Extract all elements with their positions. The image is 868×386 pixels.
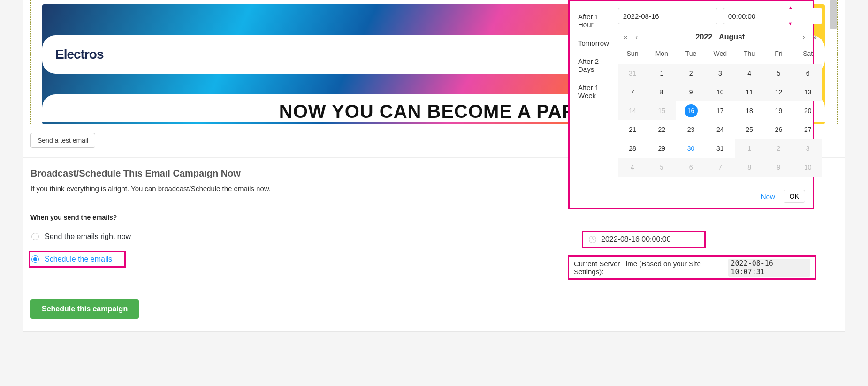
next-year-icon[interactable]: »	[810, 33, 820, 41]
picker-month[interactable]: August	[719, 33, 745, 41]
calendar-day[interactable]: 6	[793, 64, 822, 83]
calendar-day[interactable]: 10	[793, 158, 822, 177]
calendar-day[interactable]: 11	[735, 83, 764, 101]
scheduled-datetime-value: 2022-08-16 00:00:00	[601, 235, 671, 244]
calendar-day[interactable]: 21	[618, 120, 647, 139]
calendar-day[interactable]: 5	[764, 64, 793, 83]
server-time-value: 2022-08-16 10:07:31	[728, 259, 811, 277]
server-time-row: Current Server Time (Based on your Site …	[568, 255, 816, 280]
weekday-header: Sat	[793, 46, 822, 64]
next-month-icon[interactable]: ›	[799, 33, 807, 41]
calendar-day[interactable]: 3	[793, 139, 822, 158]
calendar-day[interactable]: 1	[647, 64, 676, 83]
prev-year-icon[interactable]: «	[621, 33, 631, 41]
weekday-header: Mon	[647, 46, 676, 64]
picker-time-input[interactable]	[723, 8, 822, 24]
calendar-day[interactable]: 20	[793, 101, 822, 120]
calendar-day[interactable]: 7	[706, 158, 735, 177]
calendar-day[interactable]: 30	[676, 139, 705, 158]
calendar-day[interactable]: 8	[647, 83, 676, 101]
radio-label-now: Send the emails right now	[45, 232, 131, 241]
calendar-day[interactable]: 28	[618, 139, 647, 158]
calendar-day[interactable]: 10	[706, 83, 735, 101]
calendar-day[interactable]: 24	[706, 120, 735, 139]
calendar-day[interactable]: 14	[618, 101, 647, 120]
send-when-question: When you send the emails?	[30, 214, 838, 221]
radio-icon	[31, 233, 39, 240]
brand-logo: Electros	[55, 47, 104, 62]
radio-send-now[interactable]: Send the emails right now	[30, 230, 838, 244]
calendar-day[interactable]: 2	[764, 139, 793, 158]
clock-icon	[589, 236, 596, 243]
shortcut-tomorrow[interactable]: Tomorrow	[578, 39, 609, 47]
time-spinner-icon: ▲▼	[788, 5, 793, 10]
radio-icon	[31, 255, 39, 263]
datetime-picker: After 1 Hour Tomorrow After 2 Days After…	[568, 0, 814, 209]
calendar-day[interactable]: 27	[793, 120, 822, 139]
shortcut-after-2-days[interactable]: After 2 Days	[578, 57, 609, 73]
calendar-day[interactable]: 1	[735, 139, 764, 158]
picker-now-link[interactable]: Now	[761, 193, 775, 201]
radio-label-schedule: Schedule the emails	[45, 255, 112, 263]
calendar-day[interactable]: 17	[706, 101, 735, 120]
calendar-day[interactable]: 22	[647, 120, 676, 139]
picker-shortcuts: After 1 Hour Tomorrow After 2 Days After…	[570, 1, 609, 185]
calendar-day[interactable]: 3	[706, 64, 735, 83]
weekday-header: Sun	[618, 46, 647, 64]
calendar-day[interactable]: 8	[735, 158, 764, 177]
calendar-day[interactable]: 6	[676, 158, 705, 177]
calendar-day-selected[interactable]: 16	[676, 101, 705, 120]
calendar-day[interactable]: 4	[735, 64, 764, 83]
picker-main: ▲▼ « ‹ 2022 August › »	[609, 1, 831, 185]
prev-month-icon[interactable]: ‹	[632, 33, 640, 41]
calendar-day[interactable]: 12	[764, 83, 793, 101]
scheduled-datetime-field[interactable]: 2022-08-16 00:00:00	[582, 231, 706, 248]
picker-footer: Now OK	[570, 185, 813, 208]
calendar-grid: Sun Mon Tue Wed Thu Fri Sat 31 1 2 3	[618, 46, 822, 177]
weekday-header: Thu	[735, 46, 764, 64]
calendar-day[interactable]: 2	[676, 64, 705, 83]
calendar-day[interactable]: 23	[676, 120, 705, 139]
calendar-day[interactable]: 25	[735, 120, 764, 139]
radio-schedule[interactable]: Schedule the emails	[30, 252, 124, 266]
calendar-day[interactable]: 31	[618, 64, 647, 83]
picker-year[interactable]: 2022	[696, 33, 713, 41]
calendar-day[interactable]: 9	[676, 83, 705, 101]
calendar-day[interactable]: 31	[706, 139, 735, 158]
send-test-email-button[interactable]: Send a test email	[30, 133, 95, 148]
calendar-day[interactable]: 26	[764, 120, 793, 139]
picker-ok-button[interactable]: OK	[784, 190, 805, 203]
calendar-day[interactable]: 29	[647, 139, 676, 158]
schedule-campaign-button[interactable]: Schedule this campaign	[30, 299, 139, 319]
shortcut-after-1-hour[interactable]: After 1 Hour	[578, 13, 609, 29]
server-time-label: Current Server Time (Based on your Site …	[574, 260, 725, 276]
calendar-day[interactable]: 5	[647, 158, 676, 177]
weekday-header: Fri	[764, 46, 793, 64]
calendar-day[interactable]: 9	[764, 158, 793, 177]
calendar-day[interactable]: 4	[618, 158, 647, 177]
weekday-header: Wed	[706, 46, 735, 64]
calendar-day[interactable]: 19	[764, 101, 793, 120]
calendar-day[interactable]: 15	[647, 101, 676, 120]
weekday-header: Tue	[676, 46, 705, 64]
calendar-day[interactable]: 18	[735, 101, 764, 120]
calendar-day[interactable]: 13	[793, 83, 822, 101]
picker-date-input[interactable]	[618, 8, 717, 24]
shortcut-after-1-week[interactable]: After 1 Week	[578, 84, 609, 100]
calendar-day[interactable]: 7	[618, 83, 647, 101]
